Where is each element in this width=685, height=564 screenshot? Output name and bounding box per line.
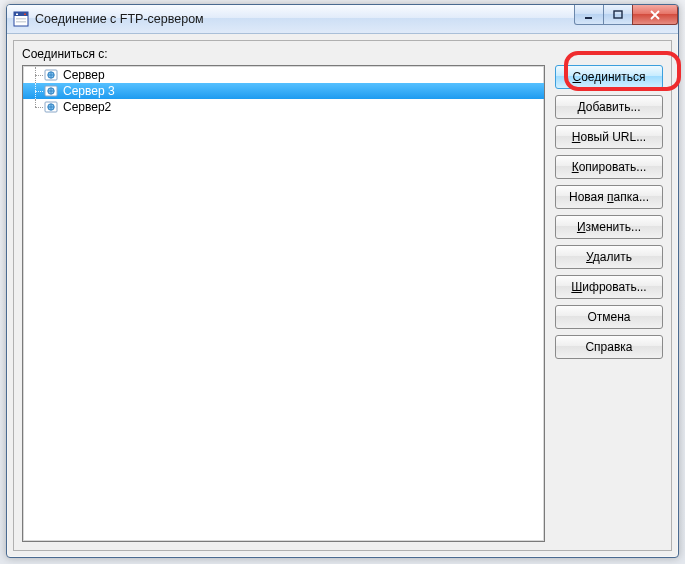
server-label: Сервер 3	[61, 83, 115, 99]
edit-button[interactable]: Изменить...	[555, 215, 663, 239]
server-label: Сервер	[61, 67, 105, 83]
window-title: Соединение с FTP-сервером	[35, 12, 575, 26]
svg-rect-5	[16, 21, 26, 23]
titlebar[interactable]: Соединение с FTP-сервером	[7, 5, 678, 34]
minimize-button[interactable]	[574, 5, 604, 25]
window-controls	[575, 5, 678, 33]
connect-to-label: Соединиться с:	[22, 47, 663, 61]
tree-connector	[29, 67, 43, 83]
dialog-window: Соединение с FTP-сервером Соединиться с:…	[6, 4, 679, 558]
encrypt-button[interactable]: Шифровать...	[555, 275, 663, 299]
server-icon	[43, 67, 59, 83]
svg-rect-6	[585, 17, 592, 19]
tree-connector	[29, 99, 43, 115]
copy-button[interactable]: Копировать...	[555, 155, 663, 179]
delete-button[interactable]: Удалить	[555, 245, 663, 269]
server-icon	[43, 83, 59, 99]
cancel-button[interactable]: Отмена	[555, 305, 663, 329]
dialog-client-area: Соединиться с: СерверСервер 3Сервер2 Сое…	[13, 40, 672, 551]
help-button[interactable]: Справка	[555, 335, 663, 359]
server-list-item[interactable]: Сервер 3	[23, 83, 544, 99]
server-list-item[interactable]: Сервер2	[23, 99, 544, 115]
svg-rect-3	[24, 14, 26, 16]
close-button[interactable]	[632, 5, 678, 25]
add-button[interactable]: Добавить...	[555, 95, 663, 119]
maximize-button[interactable]	[603, 5, 633, 25]
button-panel: Соединиться Добавить... Новый URL... Коп…	[555, 65, 663, 542]
app-icon	[13, 11, 29, 27]
svg-rect-7	[614, 11, 622, 18]
new-folder-button[interactable]: Новая папка...	[555, 185, 663, 209]
server-list-item[interactable]: Сервер	[23, 67, 544, 83]
svg-rect-2	[16, 14, 18, 16]
server-label: Сервер2	[61, 99, 111, 115]
server-list[interactable]: СерверСервер 3Сервер2	[22, 65, 545, 542]
tree-connector	[29, 83, 43, 99]
new-url-button[interactable]: Новый URL...	[555, 125, 663, 149]
server-icon	[43, 99, 59, 115]
connect-button[interactable]: Соединиться	[555, 65, 663, 89]
svg-rect-4	[16, 18, 26, 20]
